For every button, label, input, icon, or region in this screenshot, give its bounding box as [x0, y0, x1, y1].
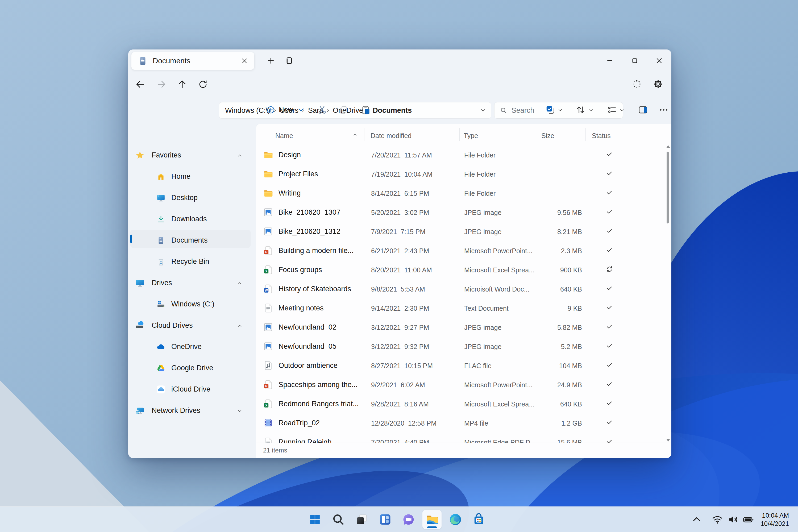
- chevron-down-icon[interactable]: [588, 108, 594, 113]
- file-row[interactable]: Bike_210620_13075/20/2021 3:02 PMJPEG im…: [256, 203, 663, 222]
- refresh-button[interactable]: [195, 76, 211, 93]
- ellipsis-icon: [659, 105, 669, 115]
- sidebar-section-drives[interactable]: Drives: [128, 272, 256, 294]
- details-pane-button[interactable]: [637, 104, 648, 115]
- new-button[interactable]: New: [262, 102, 310, 118]
- file-date-modified: 9/28/2021 8:16 AM: [371, 400, 429, 408]
- tray-chevron-icon[interactable]: [691, 514, 703, 525]
- cut-button[interactable]: [317, 104, 328, 115]
- file-date-modified: 8/27/2021 10:15 PM: [371, 362, 433, 370]
- sidebar-item-documents[interactable]: Documents: [128, 230, 256, 251]
- file-row[interactable]: Design7/20/2021 11:57 AMFile Folder: [256, 145, 663, 165]
- copy-button[interactable]: [338, 104, 349, 115]
- file-row[interactable]: PBuilding a modern file...6/21/2021 2:43…: [256, 241, 663, 260]
- sidebar-section-cloud-drives[interactable]: Cloud Drives: [128, 315, 256, 336]
- sidebar-item-icloud-drive[interactable]: iCloud Drive: [128, 379, 256, 400]
- sidebar-item-downloads[interactable]: Downloads: [128, 209, 256, 230]
- file-row[interactable]: WHistory of Skateboards9/8/2021 5:53 AMM…: [256, 279, 663, 299]
- sidebar-item-onedrive[interactable]: OneDrive: [128, 336, 256, 358]
- column-header-name[interactable]: Name: [275, 132, 293, 140]
- column-divider[interactable]: [639, 128, 639, 141]
- chevron-up-icon[interactable]: [237, 280, 243, 286]
- sidebar-item-home[interactable]: Home: [128, 166, 256, 187]
- view-button[interactable]: [607, 104, 618, 115]
- chevron-up-icon[interactable]: [237, 323, 243, 329]
- file-row[interactable]: Running Raleigh7/20/2021 4:40 PMMicrosof…: [256, 433, 663, 443]
- more-options-button[interactable]: [658, 104, 669, 115]
- tab-actions-button[interactable]: [282, 54, 296, 68]
- file-row[interactable]: Writing8/14/2021 6:15 PMFile Folder: [256, 184, 663, 203]
- file-row[interactable]: Outdoor ambience8/27/2021 10:15 PMFLAC f…: [256, 356, 663, 375]
- sidebar-item-recycle-bin[interactable]: Recycle Bin: [128, 251, 256, 272]
- file-row[interactable]: Bike_210620_13127/9/2021 7:15 PMJPEG ima…: [256, 222, 663, 241]
- sidebar-section-favorites[interactable]: Favorites: [128, 145, 256, 166]
- volume-icon[interactable]: [727, 514, 739, 525]
- minimize-icon: [606, 57, 614, 65]
- taskbar-taskbar-search-button[interactable]: [329, 510, 348, 529]
- new-tab-button[interactable]: [264, 54, 278, 68]
- taskbar-start-button[interactable]: [305, 510, 324, 529]
- check-status-icon: [602, 304, 617, 311]
- tab-documents[interactable]: Documents: [131, 52, 254, 70]
- taskbar-store-button[interactable]: [469, 510, 488, 529]
- file-date-modified: 12/28/2020 12:58 PM: [371, 419, 437, 427]
- forward-button[interactable]: [153, 76, 170, 93]
- column-divider[interactable]: [459, 128, 460, 141]
- taskbar-widgets-button[interactable]: [376, 510, 395, 529]
- wifi-icon[interactable]: [711, 514, 723, 525]
- column-header-date-modified[interactable]: Date modified: [370, 132, 412, 140]
- file-row[interactable]: XRedmond Rangers triat...9/28/2021 8:16 …: [256, 394, 663, 413]
- column-header-size[interactable]: Size: [541, 132, 554, 140]
- battery-icon[interactable]: [742, 514, 754, 525]
- column-divider[interactable]: [364, 128, 364, 141]
- taskbar-chat-button[interactable]: [399, 510, 418, 529]
- settings-button[interactable]: [650, 76, 666, 92]
- chevron-down-icon[interactable]: [557, 108, 563, 113]
- taskbar-edge-button[interactable]: [446, 510, 465, 529]
- vertical-scrollbar[interactable]: [666, 145, 669, 442]
- sidebar-section-network-drives[interactable]: Network Drives: [128, 400, 256, 421]
- file-row[interactable]: Meeting notes9/14/2021 2:30 PMText Docum…: [256, 299, 663, 318]
- scrollbar-thumb[interactable]: [667, 152, 669, 224]
- details-panel-icon: [638, 105, 648, 115]
- column-header-status[interactable]: Status: [592, 132, 611, 140]
- chevron-down-icon[interactable]: [237, 408, 243, 414]
- file-type: Microisoft Word Doc...: [464, 285, 529, 293]
- file-type: File Folder: [464, 171, 496, 178]
- scroll-up-arrow[interactable]: [666, 145, 670, 148]
- chevron-up-icon[interactable]: [237, 153, 243, 158]
- item-count: 21 items: [263, 446, 287, 454]
- column-header-type[interactable]: Type: [464, 132, 478, 140]
- column-divider[interactable]: [536, 128, 536, 141]
- file-name: Project Files: [279, 170, 318, 178]
- sidebar-item-windows-c-[interactable]: Windows (C:): [128, 294, 256, 315]
- file-list: Design7/20/2021 11:57 AMFile FolderProje…: [256, 145, 663, 443]
- file-row[interactable]: Project Files7/19/2021 10:04 AMFile Fold…: [256, 165, 663, 184]
- paste-button[interactable]: [360, 104, 371, 115]
- flac-icon: [263, 360, 273, 370]
- up-button[interactable]: [174, 76, 190, 93]
- scroll-down-arrow[interactable]: [666, 439, 670, 441]
- close-button[interactable]: [649, 53, 669, 68]
- minimize-button[interactable]: [600, 53, 620, 68]
- back-button[interactable]: [132, 76, 148, 93]
- file-row[interactable]: XFocus groups8/20/2021 11:00 AMMicrosoft…: [256, 260, 663, 279]
- file-row[interactable]: Newfoundland_023/12/2021 9:27 PMJPEG ima…: [256, 318, 663, 337]
- tab-close-icon[interactable]: [241, 57, 248, 65]
- file-name: Redmond Rangers triat...: [279, 400, 359, 408]
- check-status-icon: [602, 208, 617, 215]
- file-row[interactable]: RoadTrip_0212/28/2020 12:58 PMMP4 file1.…: [256, 413, 663, 433]
- sidebar-item-desktop[interactable]: Desktop: [128, 187, 256, 209]
- taskbar-file-explorer-button[interactable]: [422, 510, 441, 529]
- column-headers: Name Date modified Type Size Status: [256, 124, 671, 145]
- sidebar-item-google-drive[interactable]: Google Drive: [128, 358, 256, 379]
- taskbar-task-view-button[interactable]: [352, 510, 371, 529]
- select-all-button[interactable]: [545, 104, 556, 115]
- chevron-down-icon[interactable]: [619, 108, 625, 113]
- taskbar-clock[interactable]: 10:04 AM 10/4/2021: [760, 511, 789, 528]
- file-row[interactable]: Newfoundland_053/12/2021 9:32 PMJPEG ima…: [256, 337, 663, 356]
- sort-button[interactable]: [575, 104, 586, 115]
- check-status-icon: [602, 400, 617, 407]
- file-row[interactable]: PSpaceships among the...9/2/2021 6:02 AM…: [256, 375, 663, 394]
- maximize-button[interactable]: [625, 53, 645, 68]
